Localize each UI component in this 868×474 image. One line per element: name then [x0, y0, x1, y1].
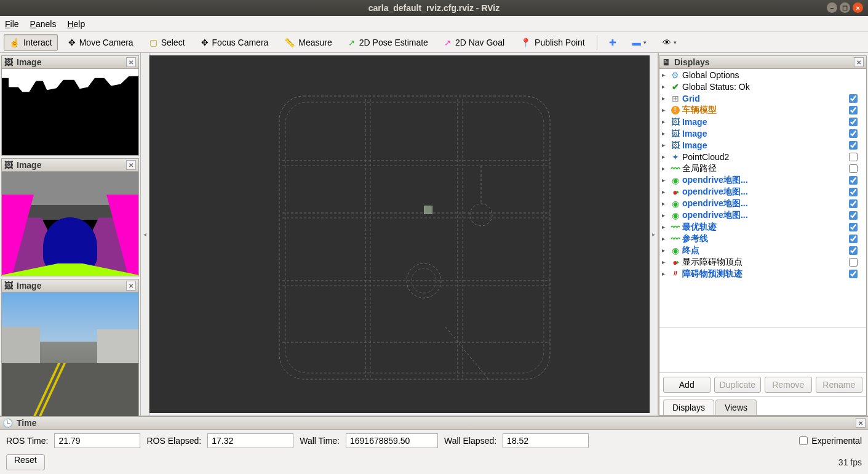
expand-icon[interactable]: ▸ — [662, 118, 668, 125]
time-panel-close[interactable]: ✕ — [856, 418, 866, 428]
image-panel-1-view[interactable] — [1, 69, 139, 156]
tab-displays[interactable]: Displays — [663, 400, 714, 415]
tool-2d-nav-goal[interactable]: ➚ 2D Nav Goal — [439, 34, 510, 51]
image-panel-3-header[interactable]: 🖼 Image ✕ — [1, 279, 139, 292]
display-item-11[interactable]: ▸◉opendrive地图... — [659, 198, 866, 209]
display-item-1[interactable]: ▸✔Global Status: Ok — [659, 81, 866, 92]
displays-panel-header[interactable]: 🖥 Displays ✕ — [659, 55, 867, 69]
display-item-9[interactable]: ▸◉opendrive地图... — [659, 174, 866, 186]
expand-icon[interactable]: ▸ — [662, 95, 668, 102]
display-item-14[interactable]: ▸〰参考线 — [659, 233, 866, 244]
display-item-9-checkbox[interactable] — [849, 176, 858, 185]
image-panel-3-view[interactable] — [1, 292, 139, 417]
ros-elapsed-field[interactable] — [207, 433, 293, 448]
ros-time-field[interactable] — [54, 433, 140, 448]
menu-panels[interactable]: Panels — [30, 19, 57, 29]
tool-interact[interactable]: ☝ Interact — [4, 34, 58, 51]
display-item-4[interactable]: ▸🖼Image — [659, 116, 866, 127]
tool-measure[interactable]: 📏 Measure — [279, 34, 337, 51]
tool-2d-pose-estimate[interactable]: ➚ 2D Pose Estimate — [343, 34, 434, 51]
wall-time-field[interactable] — [346, 433, 438, 448]
display-item-2[interactable]: ▸⊞Grid — [659, 92, 866, 104]
expand-icon[interactable]: ▸ — [662, 200, 668, 207]
display-item-6-checkbox[interactable] — [849, 141, 858, 150]
image-panel-1-close[interactable]: ✕ — [126, 57, 136, 67]
add-button[interactable]: Add — [663, 377, 711, 393]
display-item-2-checkbox[interactable] — [849, 94, 858, 103]
remove-button[interactable]: Remove — [765, 377, 812, 393]
image-panel-2-header[interactable]: 🖼 Image ✕ — [1, 158, 139, 172]
expand-icon[interactable]: ▸ — [662, 142, 668, 148]
expand-icon[interactable]: ▸ — [662, 71, 668, 78]
window-maximize-button[interactable]: ◻ — [840, 2, 850, 13]
display-item-7-checkbox[interactable] — [849, 153, 858, 161]
expand-icon[interactable]: ▸ — [662, 177, 668, 183]
tool-remove-minus[interactable]: ▬▾ — [627, 34, 652, 51]
expand-icon[interactable]: ▸ — [662, 130, 668, 137]
display-item-15[interactable]: ▸◉终点 — [659, 244, 866, 256]
expand-icon[interactable]: ▸ — [662, 83, 668, 90]
displays-panel-close[interactable]: ✕ — [854, 57, 864, 67]
image-panel-3-close[interactable]: ✕ — [126, 281, 136, 291]
display-item-14-checkbox[interactable] — [849, 235, 858, 243]
display-item-17[interactable]: ▸〃障碍物预测轨迹 — [659, 268, 866, 279]
display-item-12[interactable]: ▸◉opendrive地图... — [659, 209, 866, 221]
right-splitter[interactable]: ▸ — [650, 53, 658, 416]
display-item-10[interactable]: ▸●●opendrive地图... — [659, 186, 866, 198]
display-item-12-checkbox[interactable] — [849, 211, 858, 220]
left-splitter[interactable]: ◂ — [141, 53, 149, 416]
display-item-3-checkbox[interactable] — [849, 106, 858, 114]
image-panel-2-title: Image — [17, 160, 41, 170]
display-item-13[interactable]: ▸〰最优轨迹 — [659, 221, 866, 233]
display-item-11-checkbox[interactable] — [849, 199, 858, 208]
display-item-16-checkbox[interactable] — [849, 258, 858, 267]
wall-elapsed-field[interactable] — [503, 433, 589, 448]
window-close-button[interactable]: × — [853, 2, 863, 13]
display-item-6[interactable]: ▸🖼Image — [659, 139, 866, 151]
display-item-13-checkbox[interactable] — [849, 223, 858, 231]
rename-button[interactable]: Rename — [816, 377, 863, 393]
display-item-5[interactable]: ▸🖼Image — [659, 127, 866, 139]
image-panel-1-header[interactable]: 🖼 Image ✕ — [1, 55, 139, 69]
image-panel-2-close[interactable]: ✕ — [126, 160, 136, 170]
tool-select[interactable]: ▢ Select — [144, 34, 191, 51]
experimental-checkbox[interactable] — [799, 436, 808, 445]
image-panel-2-view[interactable] — [1, 172, 139, 276]
expand-icon[interactable]: ▸ — [662, 165, 668, 172]
display-item-7[interactable]: ▸✦PointCloud2 — [659, 151, 866, 163]
window-minimize-button[interactable]: – — [827, 2, 837, 13]
display-item-10-checkbox[interactable] — [849, 188, 858, 196]
tab-views[interactable]: Views — [715, 400, 757, 415]
display-item-16[interactable]: ▸●●显示障碍物顶点 — [659, 256, 866, 268]
tool-move-camera[interactable]: ✥ Move Camera — [63, 34, 139, 51]
rviz-3d-view[interactable] — [149, 55, 650, 413]
tool-add-plus[interactable]: ✚ — [603, 34, 622, 51]
image-icon: 🖼 — [4, 160, 13, 170]
expand-icon[interactable]: ▸ — [662, 247, 668, 254]
display-item-4-checkbox[interactable] — [849, 118, 858, 126]
displays-tree[interactable]: ▸⚙Global Options▸✔Global Status: Ok▸⊞Gri… — [659, 69, 866, 327]
expand-icon[interactable]: ▸ — [662, 259, 668, 265]
display-item-3[interactable]: ▸!车辆模型 — [659, 104, 866, 116]
tool-focus-camera[interactable]: ✥ Focus Camera — [196, 34, 274, 51]
expand-icon[interactable]: ▸ — [662, 106, 668, 113]
expand-icon[interactable]: ▸ — [662, 153, 668, 160]
duplicate-button[interactable]: Duplicate — [714, 377, 762, 393]
tool-publish-point[interactable]: 📍 Publish Point — [515, 34, 591, 51]
display-item-17-checkbox[interactable] — [849, 270, 858, 278]
display-item-8-checkbox[interactable] — [849, 164, 858, 173]
menu-file[interactable]: File — [5, 19, 19, 29]
display-item-8[interactable]: ▸〰全局路径 — [659, 163, 866, 174]
display-item-15-checkbox[interactable] — [849, 246, 858, 255]
expand-icon[interactable]: ▸ — [662, 223, 668, 230]
time-panel-header[interactable]: 🕒 Time ✕ — [0, 416, 868, 430]
display-item-5-checkbox[interactable] — [849, 129, 858, 138]
expand-icon[interactable]: ▸ — [662, 235, 668, 242]
tool-view-eye[interactable]: 👁▾ — [657, 34, 682, 51]
display-item-0[interactable]: ▸⚙Global Options — [659, 69, 866, 81]
menu-help[interactable]: Help — [67, 19, 85, 29]
expand-icon[interactable]: ▸ — [662, 188, 668, 195]
reset-button[interactable]: Reset — [6, 454, 45, 470]
expand-icon[interactable]: ▸ — [662, 270, 668, 277]
expand-icon[interactable]: ▸ — [662, 212, 668, 219]
